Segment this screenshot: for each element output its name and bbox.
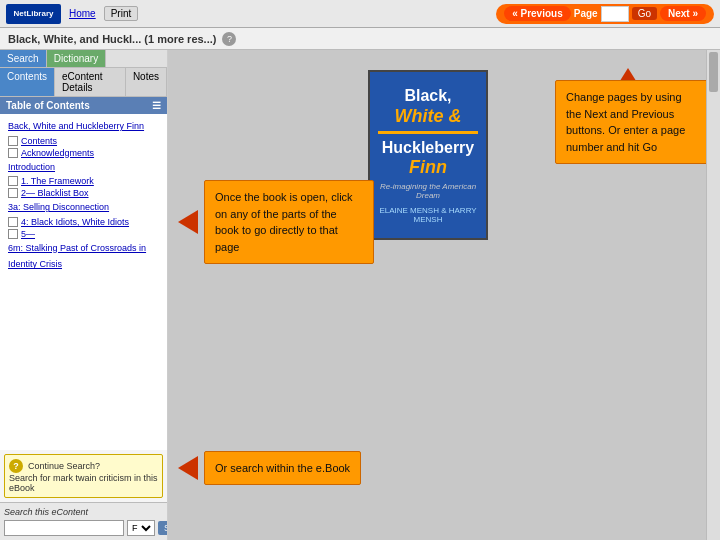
tab-search[interactable]: Search: [0, 50, 47, 67]
page-number-input[interactable]: [601, 6, 629, 22]
toc-item-5: 5—: [4, 228, 163, 240]
page-label: Page: [574, 8, 598, 19]
home-link[interactable]: Home: [69, 8, 96, 19]
content-area: Change pages by using the Next and Previ…: [168, 50, 720, 540]
search-row: Fig 1 Search: [4, 520, 163, 536]
left-arrow-search-icon: [178, 456, 198, 480]
toc-link-5[interactable]: 5—: [21, 229, 35, 239]
open-book-callout: Once the book is open, click on any of t…: [204, 180, 374, 264]
next-button[interactable]: Next »: [660, 6, 706, 21]
sidebar: Search Dictionary Contents eContent Deta…: [0, 50, 168, 540]
search-annotation: Or search within the e.Book: [178, 451, 361, 486]
title-bar: Black, White, and Huckl... (1 more res..…: [0, 28, 720, 50]
toc-checkbox[interactable]: [8, 229, 18, 239]
search-input[interactable]: [4, 520, 124, 536]
continue-search-text: Search for mark twain criticism in this …: [9, 473, 158, 493]
continue-search-box: ? Continue Search? Search for mark twain…: [4, 454, 163, 498]
toc-checkbox[interactable]: [8, 136, 18, 146]
book-title-line4: Finn: [409, 157, 447, 178]
browser-nav: Home: [69, 8, 96, 19]
toc-link-contents[interactable]: Contents: [21, 136, 57, 146]
book-title-line3: Huckleberry: [382, 138, 475, 157]
scrollbar-thumb[interactable]: [709, 52, 718, 92]
book-cover: Black, White & Huckleberry Finn Re-imagi…: [368, 70, 488, 240]
open-book-text: Once the book is open, click on any of t…: [215, 191, 353, 253]
toc-checkbox[interactable]: [8, 217, 18, 227]
question-icon: ?: [9, 459, 23, 473]
tab-econtent-details[interactable]: eContent Details: [55, 68, 126, 96]
toc-content: Back, White and Huckleberry Finn Content…: [0, 114, 167, 450]
search-dropdown[interactable]: Fig 1: [127, 520, 155, 536]
go-button[interactable]: Go: [632, 7, 657, 20]
toc-checkbox[interactable]: [8, 188, 18, 198]
toc-header: Table of Contents ☰: [0, 97, 167, 114]
toc-item-introduction[interactable]: Introduction: [4, 159, 163, 176]
tab-contents[interactable]: Contents: [0, 68, 55, 96]
main-area: Search Dictionary Contents eContent Deta…: [0, 50, 720, 540]
search-area: Search this eContent Fig 1 Search: [0, 502, 167, 540]
toc-item-contents: Contents: [4, 135, 163, 147]
toc-item-blacklist: 2— Blacklist Box: [4, 187, 163, 199]
toc-icon: ☰: [152, 100, 161, 111]
toc-link-blacklist[interactable]: 2— Blacklist Box: [21, 188, 89, 198]
toc-checkbox[interactable]: [8, 176, 18, 186]
book-author: ELAINE MENSH & HARRY MENSH: [378, 206, 478, 224]
page-navigation: « Previous Page Go Next »: [496, 4, 714, 24]
toc-item-black-idiots: 4: Black Idiots, White Idiots: [4, 216, 163, 228]
sidebar-tabs-2: Contents eContent Details Notes: [0, 68, 167, 97]
previous-button[interactable]: « Previous: [504, 6, 571, 21]
netlibrary-logo: NetLibrary: [6, 4, 61, 24]
search-callout-text: Or search within the e.Book: [215, 462, 350, 474]
toc-item-selling[interactable]: 3a: Selling Disconnection: [4, 199, 163, 216]
scrollbar[interactable]: [706, 50, 720, 540]
sidebar-tabs: Search Dictionary: [0, 50, 167, 68]
toc-item-main[interactable]: Back, White and Huckleberry Finn: [4, 118, 163, 135]
continue-search-header: Continue Search?: [28, 461, 100, 471]
toc-item-stalking[interactable]: 6m: Stalking Past of Crossroads in: [4, 240, 163, 257]
info-icon: ?: [222, 32, 236, 46]
page-title: Black, White, and Huckl... (1 more res..…: [8, 33, 216, 45]
toc-item-framework: 1. The Framework: [4, 175, 163, 187]
change-pages-callout: Change pages by using the Next and Previ…: [555, 80, 710, 164]
search-label: Search this eContent: [4, 507, 163, 517]
toc-title: Table of Contents: [6, 100, 90, 111]
toc-link-acknowledgments[interactable]: Acknowledgments: [21, 148, 94, 158]
toc-item-acknowledgments: Acknowledgments: [4, 147, 163, 159]
book-title-line1: Black,: [404, 86, 451, 105]
toc-checkbox[interactable]: [8, 148, 18, 158]
toc-item-identity[interactable]: Identity Crisis: [4, 256, 163, 273]
change-pages-text: Change pages by using the Next and Previ…: [566, 91, 685, 153]
open-book-annotation: Once the book is open, click on any of t…: [178, 180, 374, 264]
book-subtitle: Re-imagining the American Dream: [378, 182, 478, 200]
tab-dictionary[interactable]: Dictionary: [47, 50, 106, 67]
browser-bar: NetLibrary Home Print « Previous Page Go…: [0, 0, 720, 28]
book-title-line2: White &: [395, 106, 462, 127]
book-stripe: [378, 131, 478, 134]
toc-link-framework[interactable]: 1. The Framework: [21, 176, 94, 186]
print-button[interactable]: Print: [104, 6, 139, 21]
left-arrow-icon: [178, 210, 198, 234]
search-callout: Or search within the e.Book: [204, 451, 361, 486]
toc-link-black-idiots[interactable]: 4: Black Idiots, White Idiots: [21, 217, 129, 227]
tab-notes[interactable]: Notes: [126, 68, 167, 96]
search-button[interactable]: Search: [158, 521, 168, 535]
